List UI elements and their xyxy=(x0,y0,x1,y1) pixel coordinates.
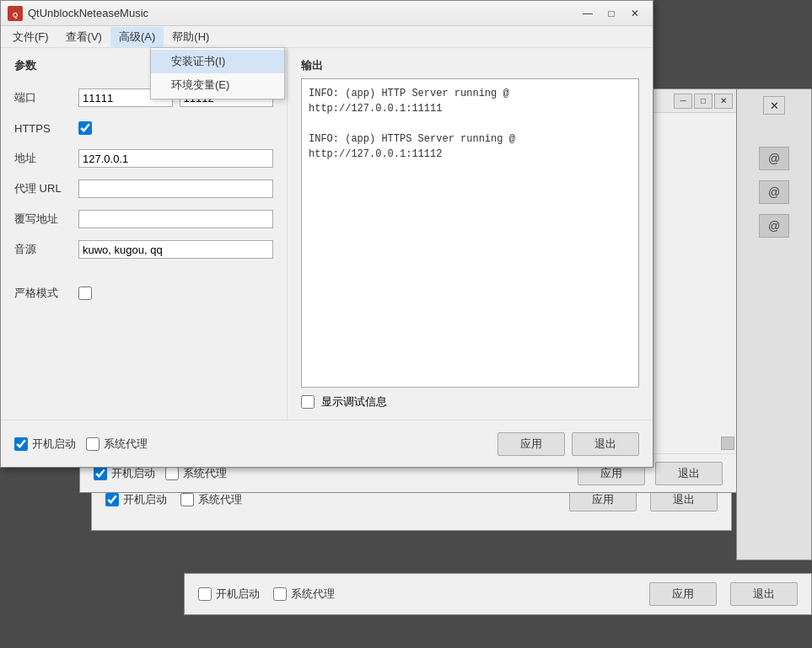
bg3-autostart-label: 开机启动 xyxy=(123,492,167,507)
bg-win2-close[interactable]: ✕ xyxy=(714,94,733,109)
bg-win2-autostart-label: 开机启动 xyxy=(111,466,155,481)
bg-win2-sysproxy: 系统代理 xyxy=(165,466,227,481)
bg3-sysproxy-cb[interactable] xyxy=(180,493,194,506)
address-label: 地址 xyxy=(14,151,72,166)
app-icon: Q xyxy=(8,6,23,21)
menu-file[interactable]: 文件(F) xyxy=(4,27,57,47)
titlebar: Q QtUnblockNeteaseMusic — □ ✕ xyxy=(1,1,653,26)
debug-label: 显示调试信息 xyxy=(321,394,387,410)
main-content: 参数 端口 HTTPS 地址 代理 URL 覆写地址 xyxy=(1,48,653,420)
bottom-left: 开机启动 系统代理 xyxy=(14,436,487,452)
quit-button[interactable]: 退出 xyxy=(572,432,639,456)
bg-bottom-autostart: 开机启动 xyxy=(198,586,260,602)
bg-win2-autostart-cb[interactable] xyxy=(94,467,107,480)
bg-win2-sysproxy-cb[interactable] xyxy=(165,467,179,480)
strict-mode-label: 严格模式 xyxy=(14,286,72,301)
titlebar-title: QtUnblockNeteaseMusic xyxy=(28,7,575,19)
override-address-input[interactable] xyxy=(78,210,273,228)
address-row: 地址 xyxy=(14,147,273,169)
strict-mode-row: 严格模式 xyxy=(14,282,273,304)
autostart-label[interactable]: 开机启动 xyxy=(14,436,76,452)
bg3-sysproxy: 系统代理 xyxy=(180,492,242,507)
bg-win2-sysproxy-label: 系统代理 xyxy=(183,466,227,481)
menu-advanced[interactable]: 高级(A) xyxy=(110,27,164,47)
bg-win2-scrollbar xyxy=(721,436,734,450)
bg-bottom-quit-button[interactable]: 退出 xyxy=(730,582,798,606)
svg-text:Q: Q xyxy=(13,11,18,19)
https-row: HTTPS xyxy=(14,117,273,139)
bg-win2-maximize[interactable]: □ xyxy=(694,94,713,109)
menu-help[interactable]: 帮助(H) xyxy=(164,27,218,47)
system-proxy-checkbox[interactable] xyxy=(86,437,99,451)
side-close-btn[interactable]: ✕ xyxy=(763,96,785,115)
left-panel: 参数 端口 HTTPS 地址 代理 URL 覆写地址 xyxy=(1,48,288,420)
system-proxy-label[interactable]: 系统代理 xyxy=(86,436,148,452)
proxy-url-label: 代理 URL xyxy=(14,181,72,196)
bottom-bar: 开机启动 系统代理 应用 退出 xyxy=(1,420,653,467)
bg-win2-minimize[interactable]: ─ xyxy=(674,94,692,109)
https-checkbox[interactable] xyxy=(78,121,92,135)
system-proxy-text: 系统代理 xyxy=(104,436,148,452)
bg3-autostart-cb[interactable] xyxy=(105,493,119,506)
bg3-autostart: 开机启动 xyxy=(105,492,167,507)
bg-window-bottom: 开机启动 系统代理 应用 退出 xyxy=(184,573,812,615)
bg-bottom-apply-button[interactable]: 应用 xyxy=(649,582,717,606)
strict-mode-checkbox[interactable] xyxy=(78,287,92,300)
proxy-url-row: 代理 URL xyxy=(14,178,273,200)
close-button[interactable]: ✕ xyxy=(624,5,646,22)
debug-row: 显示调试信息 xyxy=(301,394,639,410)
autostart-text: 开机启动 xyxy=(32,436,76,452)
port-label: 端口 xyxy=(14,90,72,105)
bg-win2-autostart: 开机启动 xyxy=(94,466,155,481)
source-row: 音源 xyxy=(14,238,273,260)
bg-bottom-autostart-checkbox[interactable] xyxy=(198,587,212,601)
source-label: 音源 xyxy=(14,242,72,257)
right-side-panel: ✕ @ @ @ xyxy=(736,88,812,560)
at-icon-3[interactable]: @ xyxy=(759,214,789,238)
dropdown-install-cert[interactable]: 安装证书(I) xyxy=(151,50,284,73)
bg-bottom-sysproxy-label: 系统代理 xyxy=(291,586,335,602)
source-input[interactable] xyxy=(78,240,273,259)
output-label: 输出 xyxy=(301,58,639,73)
at-icon-1[interactable]: @ xyxy=(759,147,789,170)
override-address-label: 覆写地址 xyxy=(14,212,72,227)
right-panel: 输出 INFO: (app) HTTP Server running @ htt… xyxy=(288,48,653,420)
at-icon-2[interactable]: @ xyxy=(759,180,789,204)
bg-bottom-sysproxy-checkbox[interactable] xyxy=(273,587,287,601)
maximize-button[interactable]: □ xyxy=(600,5,622,22)
debug-checkbox[interactable] xyxy=(301,395,315,409)
https-label: HTTPS xyxy=(14,122,72,135)
menubar: 文件(F) 查看(V) 高级(A) 帮助(H) xyxy=(1,26,653,48)
autostart-checkbox[interactable] xyxy=(14,437,28,451)
override-address-row: 覆写地址 xyxy=(14,208,273,230)
menu-view[interactable]: 查看(V) xyxy=(57,27,110,47)
bg-win2-quit-button[interactable]: 退出 xyxy=(655,462,723,485)
bottom-right: 应用 退出 xyxy=(497,432,639,456)
bg3-sysproxy-label: 系统代理 xyxy=(198,492,242,507)
address-input[interactable] xyxy=(78,149,273,168)
dropdown-env-vars[interactable]: 环境变量(E) xyxy=(151,73,284,97)
bg-bottom-sysproxy: 系统代理 xyxy=(273,586,335,602)
advanced-dropdown-menu: 安装证书(I) 环境变量(E) xyxy=(150,47,285,99)
apply-button[interactable]: 应用 xyxy=(497,432,565,456)
minimize-button[interactable]: — xyxy=(577,5,599,22)
output-box: INFO: (app) HTTP Server running @ http:/… xyxy=(301,78,639,388)
main-window: Q QtUnblockNeteaseMusic — □ ✕ 文件(F) 查看(V… xyxy=(0,0,653,468)
proxy-url-input[interactable] xyxy=(78,179,273,198)
bg-bottom-autostart-label: 开机启动 xyxy=(216,586,260,602)
